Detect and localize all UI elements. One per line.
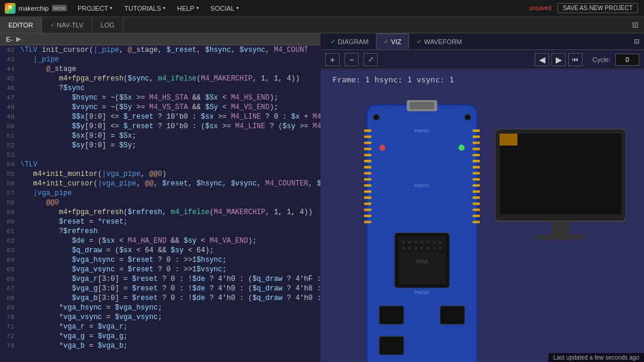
svg-text:FPGA: FPGA [416,259,428,265]
svg-rect-33 [473,215,480,217]
line-number: 46 [0,83,18,93]
cycle-label: Cycle: [592,56,611,63]
viz-display: Frame: 1 hsync: 1 vsync: 1 ↙ [321,69,644,362]
svg-point-59 [409,247,411,249]
zoom-in-button[interactable]: + [325,53,340,66]
line-content: $vga_g[3:0] = $reset ? 0 : !$de ? 4'h0 :… [18,284,321,293]
line-content: *vga_hsync = $vga_hsync; [18,303,321,313]
prev-button[interactable]: ◀ [535,53,549,66]
tab-log[interactable]: LOG [93,17,124,33]
next-button[interactable]: ▶ [551,53,566,66]
svg-rect-28 [473,184,480,187]
expand-editor-icon[interactable]: ⊡ [626,19,644,31]
line-content: $vga_hsync = $reset ? 0 : >>1$hsync; [18,255,321,265]
svg-point-53 [415,241,417,243]
file-tab-label: E- [6,36,13,43]
line-number: 61 [0,227,18,236]
fit-button[interactable]: ⤢ [363,53,378,66]
line-number: 58 [0,198,18,208]
save-as-new-project-button[interactable]: SAVE AS NEW PROJECT [557,3,638,13]
svg-rect-82 [537,235,584,240]
line-number: 53 [0,150,18,160]
editor-tabbar: EDITOR ✓ NAV-TLV LOG ⊡ [0,17,644,33]
tab-viz[interactable]: ✓ VIZ [376,33,409,49]
svg-text:PMOD1: PMOD1 [414,184,429,188]
table-row: 65 $vga_vsync = $reset ? 0 : >>1$vsync; [0,265,321,274]
svg-rect-12 [364,184,371,187]
line-content: $vga_r[3:0] = $reset ? 0 : !$de ? 4'h0 :… [18,274,321,284]
svg-text:PMOD0: PMOD0 [414,129,429,134]
check-icon: ✓ [417,38,421,45]
svg-rect-26 [473,172,480,175]
cycle-input[interactable] [615,54,639,66]
nav-help[interactable]: HELP ▾ [171,0,205,16]
svg-point-64 [439,247,442,249]
code-area[interactable]: 42\TLV init_cursor(|_pipe, @_stage, $_re… [0,45,321,362]
status-bar: Last updated a few seconds ago [549,353,644,362]
check-icon: ✓ [50,21,55,28]
svg-rect-4 [364,135,371,138]
table-row: 71 *vga_r = $vga_r; [0,322,321,332]
svg-point-71 [373,115,379,120]
chevron-down-icon: ▾ [163,5,165,11]
line-number: 62 [0,236,18,246]
zoom-out-button[interactable]: − [344,53,359,66]
line-number: 56 [0,179,18,188]
line-content: @@0 [18,198,321,208]
line-content: $hsync = ~($Sx >= M4_HS_STA && $Sx < M4_… [18,93,321,103]
svg-rect-22 [473,148,480,150]
chevron-down-icon: ▾ [110,5,112,11]
nav-social[interactable]: SOCIAL ▾ [205,0,245,16]
tab-diagram[interactable]: ✓ DIAGRAM [323,33,376,49]
table-row: 67 $vga_g[3:0] = $reset ? 0 : !$de ? 4'h… [0,284,321,293]
line-content: $sx[9:0] = $Sx; [18,131,321,141]
svg-point-70 [458,145,464,151]
line-content: ?$refresh [18,227,321,236]
svg-rect-66 [380,306,404,324]
table-row: 46 ?$sync [0,83,321,93]
svg-rect-14 [364,196,371,199]
svg-point-54 [421,241,423,243]
file-tab[interactable]: E- ▶ [0,33,321,45]
svg-rect-32 [473,209,480,211]
line-content: $vga_vsync = $reset ? 0 : >>1$vsync; [18,265,321,274]
svg-rect-24 [473,160,480,162]
nav-project[interactable]: PROJECT ▾ [72,0,118,16]
table-row: 53 [0,150,321,160]
table-row: 61 ?$refresh [0,227,321,236]
line-number: 64 [0,255,18,265]
svg-rect-79 [500,134,621,214]
tab-editor[interactable]: EDITOR [0,17,42,33]
table-row: 52 $sy[9:0] = $Sy; [0,141,321,150]
line-content: |_pipe [18,55,321,64]
line-number: 65 [0,265,18,274]
main-content: E- ▶ 42\TLV init_cursor(|_pipe, @_stage,… [0,33,644,362]
svg-rect-8 [364,160,371,162]
fpga-board: FPGA [356,99,488,362]
line-number: 60 [0,217,18,227]
start-button[interactable]: ⏮ [568,53,583,66]
table-row: 58 @@0 [0,198,321,208]
tab-waveform[interactable]: ✓ WAVEFORM [409,33,470,49]
svg-rect-31 [473,203,480,205]
line-number: 50 [0,122,18,131]
line-content: m4+init_monitor(|vga_pipe, @@0) [18,169,321,179]
line-number: 51 [0,131,18,141]
svg-point-60 [415,247,417,249]
table-row: 63 $q_draw = ($sx < 64 && $sy < 64); [0,246,321,255]
table-row: 66 $vga_r[3:0] = $reset ? 0 : !$de ? 4'h… [0,274,321,284]
svg-point-57 [439,241,442,243]
svg-rect-2 [410,102,435,109]
svg-rect-81 [551,221,569,236]
nav-tutorials[interactable]: TUTORIALS ▾ [118,0,171,16]
tab-nav-tlv[interactable]: ✓ NAV-TLV [42,17,92,33]
line-number: 54 [0,160,18,169]
table-row: 51 $sx[9:0] = $Sx; [0,131,321,141]
line-number: 69 [0,303,18,313]
table-row: 50 $$y[9:0] <= $_reset ? 10'b0 : ($sx >=… [0,122,321,131]
line-content: *vga_g = $vga_g; [18,332,321,341]
line-content: m4+init_cursor(|vga_pipe, @@, $reset, $h… [18,179,321,188]
expand-right-icon[interactable]: ⊡ [630,36,644,47]
svg-rect-17 [364,215,371,217]
table-row: 73 *vga_b = $vga_b; [0,341,321,351]
